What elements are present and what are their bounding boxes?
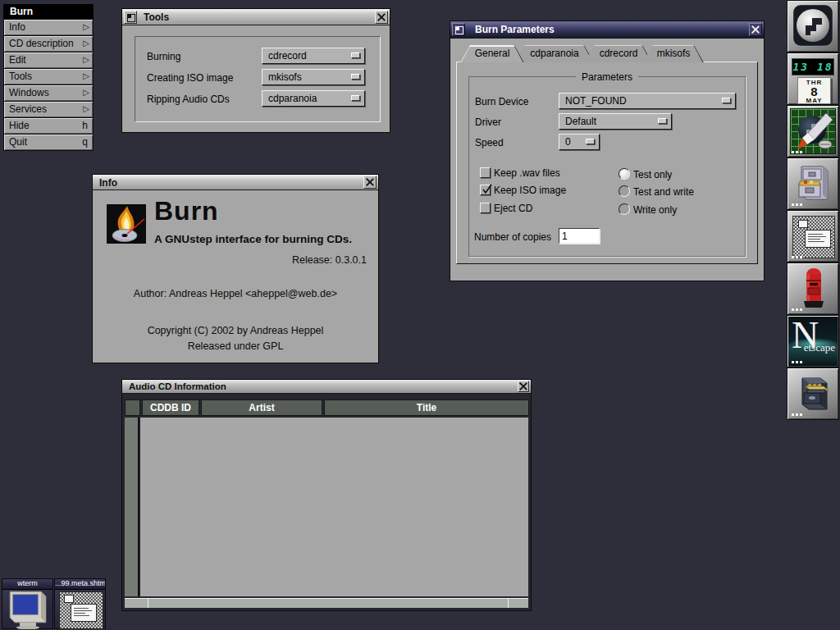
- dock-tile-wprefs[interactable]: [787, 105, 839, 158]
- horizontal-scrollbar[interactable]: [125, 598, 528, 608]
- audio-titlebar[interactable]: Audio CD Information: [122, 380, 531, 394]
- speed-popup[interactable]: 0: [559, 134, 600, 150]
- window-title: Audio CD Information: [129, 381, 226, 391]
- driver-popup[interactable]: Default: [559, 113, 672, 130]
- iso-popup[interactable]: mkisofs: [262, 69, 365, 85]
- radio-test-only[interactable]: [619, 168, 630, 180]
- running-indicator-dots: [792, 308, 794, 311]
- release-text: Release: 0.3.0.1: [292, 254, 367, 266]
- miniaturize-icon: [127, 14, 135, 22]
- checkbox-keep-iso[interactable]: [480, 185, 491, 195]
- check-icon: [481, 183, 494, 196]
- submenu-arrow-icon: ▷: [83, 20, 89, 34]
- popup-icon: [586, 139, 595, 144]
- copies-label: Number of copies: [474, 231, 551, 243]
- burn-device-popup[interactable]: NOT_FOUND: [559, 93, 736, 109]
- miniwindow-title: ...99.meta.shtml: [55, 579, 105, 590]
- dock-tile-postbox[interactable]: [787, 262, 839, 315]
- tools-titlebar[interactable]: Tools: [122, 9, 390, 25]
- radio-write-only[interactable]: [619, 203, 630, 215]
- radio-test-and-write[interactable]: [619, 185, 630, 197]
- dock-tile-file-cabinet[interactable]: [787, 158, 839, 210]
- close-button[interactable]: [363, 176, 377, 189]
- copies-input[interactable]: [559, 228, 600, 244]
- popup-icon: [351, 52, 360, 58]
- gnustep-logo-icon: [788, 1, 838, 52]
- tab-cdrecord[interactable]: cdrecord: [585, 45, 652, 62]
- field-label: Burning: [147, 51, 180, 62]
- app-name: Burn: [154, 196, 219, 226]
- submenu-arrow-icon: ▷: [83, 69, 89, 84]
- menu-item-tools[interactable]: Tools▷: [3, 68, 94, 85]
- digital-clock: 13 18: [792, 58, 834, 75]
- dock-tile-gnustep[interactable]: [787, 0, 839, 52]
- field-label: Ripping Audio CDs: [147, 94, 230, 105]
- miniwindow-title: wterm: [2, 579, 52, 590]
- popup-icon: [722, 98, 731, 103]
- app-subtitle: A GNUstep interface for burning CDs.: [154, 233, 352, 245]
- burn-params-titlebar[interactable]: Burn Parameters: [450, 21, 764, 39]
- menu-item-edit[interactable]: Edit▷: [3, 52, 94, 69]
- window-burn-parameters: Burn Parameters General cdparanoia cdrec…: [450, 21, 765, 281]
- menu-item-quit[interactable]: Quitq: [3, 134, 94, 151]
- window-tools: Tools Burning cdrecord Creating ISO imag…: [121, 8, 390, 133]
- copyright-text: Copyright (C) 2002 by Andreas Heppel: [93, 325, 378, 336]
- field-label: Creating ISO image: [147, 72, 233, 84]
- table-corner-cell: [125, 399, 140, 416]
- shortcut-key: q: [82, 135, 88, 149]
- miniwindow-shtml[interactable]: ...99.meta.shtml: [54, 578, 106, 629]
- close-button[interactable]: [375, 11, 388, 24]
- miniwindow-wterm[interactable]: wterm: [2, 578, 53, 629]
- menu-item-info[interactable]: Info▷: [3, 19, 94, 36]
- menu-item-hide[interactable]: Hideh: [3, 117, 94, 135]
- netscape-icon: N etscape: [788, 317, 838, 366]
- burning-popup[interactable]: cdrecord: [262, 48, 365, 64]
- document-mail-icon: [59, 591, 103, 629]
- row-header-strip: [125, 418, 139, 596]
- checkbox-eject-cd[interactable]: [480, 203, 491, 213]
- table-body[interactable]: [140, 418, 528, 596]
- dock-tile-file-manager[interactable]: [787, 368, 839, 420]
- submenu-arrow-icon: ▷: [83, 85, 89, 100]
- burn-app-icon: [107, 204, 146, 244]
- running-indicator-dots: [792, 361, 794, 363]
- tab-bar: General cdparanoia cdrecord mkisofs: [460, 45, 704, 62]
- running-indicator-dots: [792, 151, 794, 153]
- license-text: Released under GPL: [93, 340, 378, 352]
- checkbox-keep-wav[interactable]: [480, 167, 491, 178]
- tab-cdparanoia[interactable]: cdparanoia: [515, 45, 594, 62]
- tab-general[interactable]: General: [460, 45, 524, 62]
- close-button[interactable]: [749, 23, 762, 36]
- calendar-icon: THR 8 MAY: [797, 77, 831, 104]
- dock-tile-netscape[interactable]: N etscape: [787, 315, 839, 368]
- submenu-arrow-icon: ▷: [83, 52, 89, 67]
- ripping-popup[interactable]: cdparanoia: [262, 90, 365, 107]
- postbox-icon: [788, 263, 838, 314]
- close-icon: [519, 382, 527, 390]
- info-titlebar[interactable]: Info: [93, 175, 378, 190]
- popup-icon: [351, 95, 360, 101]
- miniaturize-button[interactable]: [124, 11, 137, 24]
- menu-title[interactable]: Burn: [3, 4, 94, 20]
- menu-item-services[interactable]: Services▷: [3, 101, 94, 118]
- shortcut-key: h: [82, 118, 88, 133]
- dock-tile-clock[interactable]: 13 18 THR 8 MAY: [787, 52, 839, 105]
- close-icon: [377, 13, 386, 21]
- close-icon: [751, 25, 760, 34]
- menu-item-windows[interactable]: Windows▷: [3, 84, 94, 102]
- field-label: Burn Device: [475, 96, 528, 107]
- running-indicator-dots: [792, 203, 794, 206]
- submenu-arrow-icon: ▷: [83, 102, 89, 116]
- running-indicator-dots: [792, 413, 794, 416]
- submenu-arrow-icon: ▷: [83, 36, 89, 51]
- miniaturize-button[interactable]: [452, 23, 465, 36]
- file-cabinet-icon: [788, 158, 838, 209]
- column-header-artist: Artist: [201, 399, 322, 416]
- dock-tile-mail[interactable]: [787, 210, 839, 262]
- window-title: Tools: [144, 11, 169, 23]
- tab-mkisofs[interactable]: mkisofs: [643, 45, 704, 62]
- close-button[interactable]: [518, 381, 529, 392]
- mail-app-icon: [792, 216, 835, 258]
- close-icon: [366, 178, 374, 186]
- menu-item-cd-description[interactable]: CD description▷: [3, 35, 94, 52]
